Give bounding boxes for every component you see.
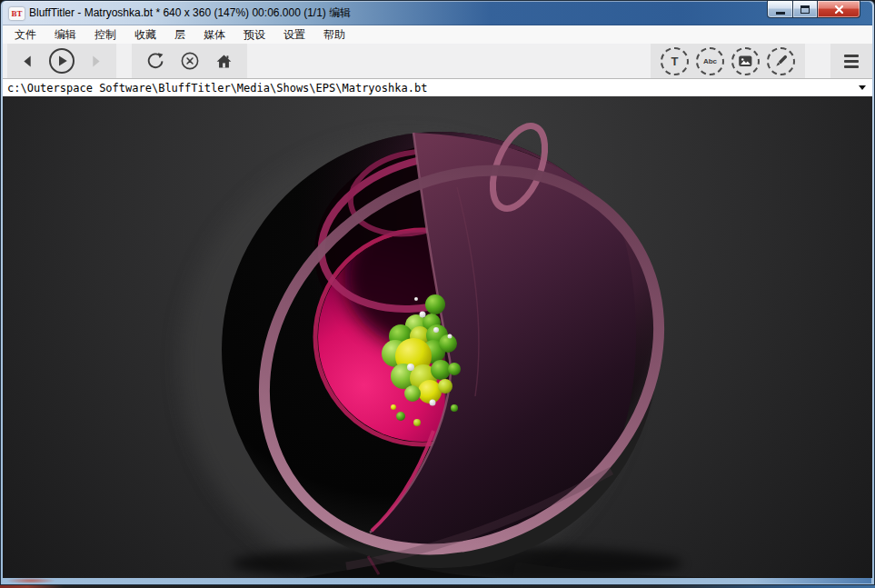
address-bar bbox=[3, 78, 872, 96]
file-actions-group bbox=[132, 44, 247, 78]
dropdown-arrow-icon[interactable] bbox=[859, 85, 866, 90]
border-red-glow bbox=[7, 578, 55, 583]
maximize-button[interactable] bbox=[793, 1, 818, 18]
cancel-circle-icon bbox=[180, 51, 200, 71]
back-arrow-icon bbox=[19, 53, 36, 70]
dashed-circle bbox=[731, 47, 760, 75]
border-blue-glow bbox=[753, 578, 871, 583]
hamburger-icon bbox=[844, 55, 859, 68]
home-button[interactable] bbox=[214, 52, 234, 71]
menu-item-control[interactable]: 控制 bbox=[85, 25, 125, 45]
pencil-icon bbox=[773, 53, 790, 69]
play-icon bbox=[48, 47, 75, 75]
toolbar: T Abc bbox=[3, 44, 872, 78]
add-paragraph-layer-button[interactable]: Abc bbox=[696, 47, 724, 75]
desktop: BT BluffTitler - Matryoshka.bt * 640 x 3… bbox=[0, 0, 875, 588]
minimize-icon bbox=[776, 12, 785, 15]
window-title: BluffTitler - Matryoshka.bt * 640 x 360 … bbox=[29, 5, 351, 21]
playback-group bbox=[7, 44, 116, 78]
menu-item-file[interactable]: 文件 bbox=[5, 25, 45, 45]
menu-item-edit[interactable]: 编辑 bbox=[45, 25, 85, 45]
close-button[interactable] bbox=[818, 1, 860, 18]
show-path-input[interactable] bbox=[3, 79, 848, 96]
dashed-circle: T bbox=[661, 47, 689, 75]
forward-arrow-icon bbox=[87, 53, 104, 70]
app-icon: BT bbox=[9, 7, 25, 20]
layer-tools-group: T Abc bbox=[651, 44, 805, 78]
menu-item-settings[interactable]: 设置 bbox=[274, 25, 314, 45]
dashed-circle bbox=[767, 47, 795, 75]
menu-item-favorites[interactable]: 收藏 bbox=[125, 25, 165, 45]
dashed-circle: Abc bbox=[696, 47, 724, 75]
menubar: 文件 编辑 控制 收藏 层 媒体 预设 设置 帮助 bbox=[3, 25, 872, 44]
menu-item-media[interactable]: 媒体 bbox=[194, 25, 234, 45]
add-picture-layer-button[interactable] bbox=[731, 47, 760, 75]
menu-button[interactable] bbox=[844, 55, 859, 68]
abc-tool-icon: Abc bbox=[703, 57, 717, 65]
toolbar-spacer bbox=[805, 44, 830, 78]
blufftitler-window: BT BluffTitler - Matryoshka.bt * 640 x 3… bbox=[0, 0, 875, 585]
play-button[interactable] bbox=[48, 47, 75, 75]
window-controls bbox=[767, 1, 860, 18]
close-icon bbox=[834, 5, 844, 15]
minimize-button[interactable] bbox=[767, 1, 793, 18]
menu-item-help[interactable]: 帮助 bbox=[314, 25, 354, 45]
add-sketch-layer-button[interactable] bbox=[767, 47, 795, 75]
picture-icon bbox=[738, 55, 753, 68]
render-viewport[interactable] bbox=[3, 96, 872, 578]
back-button[interactable] bbox=[19, 53, 36, 70]
toolbar-spacer bbox=[247, 44, 651, 78]
text-tool-icon: T bbox=[671, 55, 679, 68]
render-scene bbox=[3, 96, 872, 578]
stop-button[interactable] bbox=[180, 51, 200, 71]
refresh-button[interactable] bbox=[145, 51, 165, 71]
maximize-icon bbox=[800, 5, 810, 14]
menu-item-presets[interactable]: 预设 bbox=[234, 25, 274, 45]
titlebar[interactable]: BT BluffTitler - Matryoshka.bt * 640 x 3… bbox=[3, 1, 872, 25]
refresh-icon bbox=[145, 51, 165, 71]
forward-button[interactable] bbox=[87, 53, 104, 70]
menu-group bbox=[830, 44, 872, 78]
menu-item-layer[interactable]: 层 bbox=[165, 25, 194, 45]
home-icon bbox=[214, 52, 234, 71]
add-text-layer-button[interactable]: T bbox=[661, 47, 689, 75]
